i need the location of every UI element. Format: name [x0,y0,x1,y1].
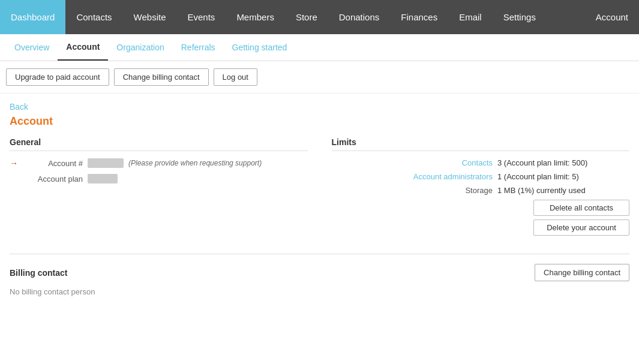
change-billing-contact-button[interactable]: Change billing contact [535,264,629,281]
account-number-label: Account # [23,159,83,168]
storage-limit-value: 1 MB (1%) currently used [497,186,629,195]
nav-item-members[interactable]: Members [226,0,285,34]
storage-label: Storage [397,186,493,195]
nav-item-settings[interactable]: Settings [493,0,547,34]
delete-account-button[interactable]: Delete your account [533,219,629,236]
action-bar: Upgrade to paid account Change billing c… [0,61,639,94]
sub-nav-overview[interactable]: Overview [6,34,58,61]
limits-section: Limits Contacts 3 (Account plan limit: 5… [332,137,630,236]
nav-item-donations[interactable]: Donations [328,0,391,34]
no-billing-contact: No billing contact person [10,287,629,296]
billing-section: Billing contact Change billing contact N… [10,254,629,296]
sub-nav-getting-started[interactable]: Getting started [224,34,296,61]
admins-limit-value: 1 (Account plan limit: 5) [497,172,629,181]
sub-nav-organization[interactable]: Organization [108,34,172,61]
nav-item-store[interactable]: Store [285,0,328,34]
upgrade-button[interactable]: Upgrade to paid account [6,68,109,86]
nav-item-contacts[interactable]: Contacts [65,0,122,34]
nav-item-dashboard[interactable]: Dashboard [0,0,65,34]
general-section: General → Account # (Please provide when… [10,137,308,236]
sub-nav: Overview Account Organization Referrals … [0,34,639,61]
page-content: Back Account General → Account # (Please… [0,94,639,305]
general-section-title: General [10,137,308,151]
account-number-value [88,158,124,168]
change-billing-button-top[interactable]: Change billing contact [114,68,209,86]
account-admins-link[interactable]: Account administrators [397,172,493,181]
delete-buttons-container: Delete all contacts Delete your account [332,200,630,236]
nav-item-website[interactable]: Website [123,0,177,34]
nav-item-email[interactable]: Email [448,0,493,34]
account-plan-row: Account plan [10,174,308,183]
delete-all-contacts-button[interactable]: Delete all contacts [533,200,629,216]
storage-limit-row: Storage 1 MB (1%) currently used [332,186,630,195]
back-link[interactable]: Back [10,102,28,112]
page-title: Account [10,115,629,128]
sub-nav-account[interactable]: Account [58,34,108,61]
admins-limit-row: Account administrators 1 (Account plan l… [332,172,630,181]
contacts-limit-row: Contacts 3 (Account plan limit: 500) [332,158,630,167]
account-number-row: → Account # (Please provide when request… [10,158,308,168]
arrow-icon: → [10,158,18,168]
sub-nav-referrals[interactable]: Referrals [173,34,224,61]
top-nav: Dashboard Contacts Website Events Member… [0,0,639,34]
billing-header: Billing contact Change billing contact [10,264,629,281]
nav-item-events[interactable]: Events [177,0,226,34]
billing-title: Billing contact [10,268,67,278]
account-plan-label: Account plan [23,175,83,183]
account-plan-value [88,174,118,183]
nav-item-finances[interactable]: Finances [390,0,448,34]
two-column-layout: General → Account # (Please provide when… [10,137,629,236]
limits-section-title: Limits [332,137,630,151]
contacts-limit-value: 3 (Account plan limit: 500) [497,158,629,167]
contacts-link[interactable]: Contacts [397,158,493,167]
nav-item-account[interactable]: Account [585,0,639,34]
account-number-hint: (Please provide when requesting support) [128,159,262,167]
logout-button[interactable]: Log out [214,68,257,86]
